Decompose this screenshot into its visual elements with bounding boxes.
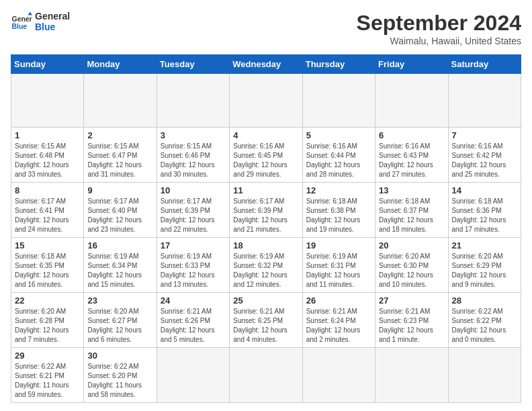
calendar-day-cell bbox=[11, 74, 84, 128]
day-number: 20 bbox=[379, 240, 444, 250]
column-header-wednesday: Wednesday bbox=[230, 55, 302, 74]
calendar-week-row: 22Sunrise: 6:20 AMSunset: 6:28 PMDayligh… bbox=[11, 293, 521, 348]
logo: General Blue General Blue bbox=[11, 11, 70, 32]
calendar-day-cell bbox=[302, 74, 375, 128]
day-details: Sunrise: 6:15 AMSunset: 6:46 PMDaylight:… bbox=[161, 142, 226, 179]
calendar-day-cell: 23Sunrise: 6:20 AMSunset: 6:27 PMDayligh… bbox=[84, 293, 157, 348]
day-number: 17 bbox=[161, 240, 226, 250]
calendar-day-cell: 19Sunrise: 6:19 AMSunset: 6:31 PMDayligh… bbox=[302, 238, 375, 293]
day-details: Sunrise: 6:19 AMSunset: 6:32 PMDaylight:… bbox=[233, 252, 298, 289]
day-details: Sunrise: 6:21 AMSunset: 6:24 PMDaylight:… bbox=[306, 307, 371, 345]
calendar-day-cell: 1Sunrise: 6:15 AMSunset: 6:48 PMDaylight… bbox=[11, 128, 84, 183]
day-details: Sunrise: 6:19 AMSunset: 6:33 PMDaylight:… bbox=[161, 252, 226, 289]
day-details: Sunrise: 6:18 AMSunset: 6:38 PMDaylight:… bbox=[306, 197, 371, 234]
calendar-day-cell: 27Sunrise: 6:21 AMSunset: 6:23 PMDayligh… bbox=[375, 293, 448, 348]
day-number: 21 bbox=[452, 240, 517, 250]
svg-marker-2 bbox=[28, 12, 32, 15]
day-number: 28 bbox=[452, 295, 517, 306]
logo-blue-text: Blue bbox=[35, 21, 70, 32]
calendar-day-cell: 28Sunrise: 6:22 AMSunset: 6:22 PMDayligh… bbox=[448, 293, 521, 348]
day-number: 16 bbox=[87, 240, 152, 250]
column-header-monday: Monday bbox=[84, 55, 157, 74]
day-number: 13 bbox=[379, 185, 444, 195]
day-number: 15 bbox=[15, 240, 80, 250]
column-header-sunday: Sunday bbox=[11, 55, 84, 74]
day-number: 8 bbox=[15, 185, 80, 195]
calendar-day-cell: 15Sunrise: 6:18 AMSunset: 6:35 PMDayligh… bbox=[11, 238, 84, 293]
calendar-day-cell: 26Sunrise: 6:21 AMSunset: 6:24 PMDayligh… bbox=[302, 293, 375, 348]
day-number: 10 bbox=[161, 185, 226, 195]
day-details: Sunrise: 6:16 AMSunset: 6:43 PMDaylight:… bbox=[379, 142, 444, 179]
calendar-week-row bbox=[11, 74, 521, 128]
calendar-week-row: 15Sunrise: 6:18 AMSunset: 6:35 PMDayligh… bbox=[11, 238, 521, 293]
calendar-day-cell bbox=[157, 348, 229, 403]
day-details: Sunrise: 6:19 AMSunset: 6:31 PMDaylight:… bbox=[306, 252, 371, 289]
day-number: 23 bbox=[87, 295, 152, 306]
day-details: Sunrise: 6:17 AMSunset: 6:39 PMDaylight:… bbox=[233, 197, 298, 234]
day-number: 26 bbox=[306, 295, 371, 306]
calendar-day-cell: 24Sunrise: 6:21 AMSunset: 6:26 PMDayligh… bbox=[157, 293, 229, 348]
day-number: 14 bbox=[452, 185, 517, 195]
calendar-day-cell bbox=[448, 348, 521, 403]
calendar-day-cell: 14Sunrise: 6:18 AMSunset: 6:36 PMDayligh… bbox=[448, 183, 521, 238]
svg-text:General: General bbox=[12, 15, 32, 23]
calendar-day-cell: 21Sunrise: 6:20 AMSunset: 6:29 PMDayligh… bbox=[448, 238, 521, 293]
day-details: Sunrise: 6:17 AMSunset: 6:40 PMDaylight:… bbox=[87, 197, 152, 234]
title-area: September 2024 Waimalu, Hawaii, United S… bbox=[357, 11, 521, 46]
day-number: 19 bbox=[306, 240, 371, 250]
day-details: Sunrise: 6:20 AMSunset: 6:28 PMDaylight:… bbox=[15, 307, 80, 345]
day-number: 27 bbox=[379, 295, 444, 306]
calendar-day-cell: 2Sunrise: 6:15 AMSunset: 6:47 PMDaylight… bbox=[84, 128, 157, 183]
day-details: Sunrise: 6:15 AMSunset: 6:48 PMDaylight:… bbox=[15, 142, 80, 179]
day-details: Sunrise: 6:19 AMSunset: 6:34 PMDaylight:… bbox=[87, 252, 152, 289]
calendar-day-cell: 10Sunrise: 6:17 AMSunset: 6:39 PMDayligh… bbox=[157, 183, 229, 238]
calendar-day-cell bbox=[448, 74, 521, 128]
column-header-thursday: Thursday bbox=[302, 55, 375, 74]
day-number: 9 bbox=[87, 185, 152, 195]
calendar-day-cell: 4Sunrise: 6:16 AMSunset: 6:45 PMDaylight… bbox=[230, 128, 302, 183]
day-number: 18 bbox=[233, 240, 298, 250]
day-number: 22 bbox=[15, 295, 80, 306]
day-number: 7 bbox=[452, 130, 517, 140]
calendar-week-row: 29Sunrise: 6:22 AMSunset: 6:21 PMDayligh… bbox=[11, 348, 521, 403]
day-number: 30 bbox=[87, 351, 152, 361]
calendar-day-cell: 9Sunrise: 6:17 AMSunset: 6:40 PMDaylight… bbox=[84, 183, 157, 238]
day-details: Sunrise: 6:22 AMSunset: 6:21 PMDaylight:… bbox=[15, 362, 80, 400]
day-number: 3 bbox=[161, 130, 226, 140]
calendar-week-row: 1Sunrise: 6:15 AMSunset: 6:48 PMDaylight… bbox=[11, 128, 521, 183]
day-details: Sunrise: 6:15 AMSunset: 6:47 PMDaylight:… bbox=[87, 142, 152, 179]
day-number: 11 bbox=[233, 185, 298, 195]
day-details: Sunrise: 6:18 AMSunset: 6:36 PMDaylight:… bbox=[452, 197, 517, 234]
month-title: September 2024 bbox=[357, 11, 521, 36]
column-header-friday: Friday bbox=[375, 55, 448, 74]
day-details: Sunrise: 6:17 AMSunset: 6:41 PMDaylight:… bbox=[15, 197, 80, 234]
calendar-day-cell bbox=[230, 348, 302, 403]
calendar-day-cell bbox=[230, 74, 302, 128]
svg-text:Blue: Blue bbox=[12, 23, 28, 30]
day-details: Sunrise: 6:18 AMSunset: 6:37 PMDaylight:… bbox=[379, 197, 444, 234]
day-number: 12 bbox=[306, 185, 371, 195]
logo-general-text: General bbox=[35, 11, 70, 21]
day-details: Sunrise: 6:21 AMSunset: 6:25 PMDaylight:… bbox=[233, 307, 298, 345]
day-number: 25 bbox=[233, 295, 298, 306]
calendar-day-cell bbox=[84, 74, 157, 128]
day-details: Sunrise: 6:21 AMSunset: 6:26 PMDaylight:… bbox=[161, 307, 226, 345]
calendar-day-cell: 20Sunrise: 6:20 AMSunset: 6:30 PMDayligh… bbox=[375, 238, 448, 293]
logo-icon: General Blue bbox=[11, 11, 32, 32]
calendar-day-cell: 7Sunrise: 6:16 AMSunset: 6:42 PMDaylight… bbox=[448, 128, 521, 183]
column-header-saturday: Saturday bbox=[448, 55, 521, 74]
column-header-tuesday: Tuesday bbox=[157, 55, 229, 74]
calendar-day-cell: 16Sunrise: 6:19 AMSunset: 6:34 PMDayligh… bbox=[84, 238, 157, 293]
day-details: Sunrise: 6:18 AMSunset: 6:35 PMDaylight:… bbox=[15, 252, 80, 289]
calendar-day-cell: 25Sunrise: 6:21 AMSunset: 6:25 PMDayligh… bbox=[230, 293, 302, 348]
calendar-day-cell bbox=[157, 74, 229, 128]
calendar-day-cell: 29Sunrise: 6:22 AMSunset: 6:21 PMDayligh… bbox=[11, 348, 84, 403]
calendar-day-cell bbox=[375, 74, 448, 128]
day-number: 4 bbox=[233, 130, 298, 140]
calendar-day-cell: 11Sunrise: 6:17 AMSunset: 6:39 PMDayligh… bbox=[230, 183, 302, 238]
calendar-day-cell: 3Sunrise: 6:15 AMSunset: 6:46 PMDaylight… bbox=[157, 128, 229, 183]
day-details: Sunrise: 6:22 AMSunset: 6:22 PMDaylight:… bbox=[452, 307, 517, 345]
day-details: Sunrise: 6:16 AMSunset: 6:44 PMDaylight:… bbox=[306, 142, 371, 179]
day-details: Sunrise: 6:20 AMSunset: 6:27 PMDaylight:… bbox=[87, 307, 152, 345]
day-details: Sunrise: 6:20 AMSunset: 6:30 PMDaylight:… bbox=[379, 252, 444, 289]
